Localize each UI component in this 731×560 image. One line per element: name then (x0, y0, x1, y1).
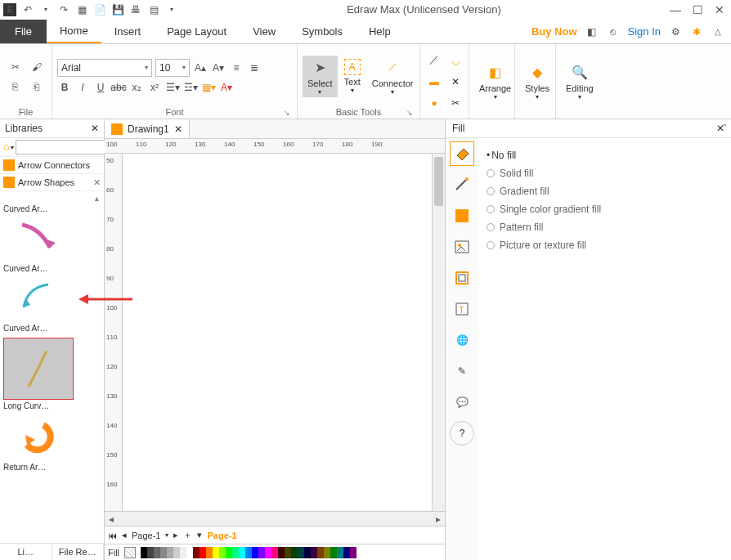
print-icon[interactable]: 🖶 (129, 3, 142, 16)
arrange-button[interactable]: ◧Arrange▾ (474, 60, 516, 102)
picture-tab-icon[interactable] (450, 235, 474, 259)
connector-tool-button[interactable]: ⟋ Connector ▾ (367, 56, 419, 97)
color-swatch[interactable] (317, 547, 324, 558)
strike-icon[interactable]: abc (111, 80, 126, 95)
font-color-icon[interactable]: A▾ (219, 80, 234, 95)
redo-icon[interactable]: ↷ (57, 3, 70, 16)
share-icon[interactable]: ⎋ (607, 25, 620, 38)
color-swatch[interactable] (252, 547, 258, 558)
shape-curved-arrow-3[interactable]: Curved Ar… (3, 324, 101, 333)
color-swatch[interactable] (219, 547, 226, 558)
cut-icon[interactable]: ⎗ (29, 79, 44, 94)
collapse-ribbon-icon[interactable]: ⌃ (721, 123, 728, 132)
tab-page-layout[interactable]: Page Layout (154, 20, 240, 43)
no-fill-swatch-icon[interactable] (124, 547, 136, 558)
color-swatch[interactable] (350, 547, 357, 558)
chevron-down-icon[interactable]: ▾ (11, 144, 14, 151)
line-shape-icon[interactable]: ／ (425, 52, 443, 69)
tab-help[interactable]: Help (356, 20, 404, 43)
tab-home[interactable]: Home (47, 20, 101, 43)
feedback-icon[interactable]: ◧ (585, 25, 599, 38)
document-tab-drawing1[interactable]: Drawing1 ✕ (105, 119, 190, 138)
color-swatch[interactable] (193, 547, 200, 558)
ribbon-collapse-icon[interactable]: △ (711, 25, 724, 38)
color-swatch[interactable] (278, 547, 285, 558)
color-swatch[interactable] (245, 547, 252, 558)
open-icon[interactable]: 📄 (93, 3, 106, 16)
color-swatch[interactable] (298, 547, 304, 558)
save-icon[interactable]: 💾 (111, 3, 124, 16)
color-swatch[interactable] (330, 547, 337, 558)
close-panel-icon[interactable]: ✕ (91, 123, 99, 134)
italic-icon[interactable]: I (75, 80, 90, 95)
fill-option-none[interactable]: No fill (487, 146, 723, 164)
qat-dropdown-icon[interactable]: ▾ (165, 3, 178, 16)
color-swatch[interactable] (343, 547, 350, 558)
tab-insert[interactable]: Insert (101, 20, 155, 43)
crop-shape-icon[interactable]: ✂ (446, 94, 464, 112)
brand-icon[interactable]: ✱ (690, 25, 703, 38)
underline-icon[interactable]: U (93, 80, 108, 95)
color-swatch[interactable] (173, 547, 180, 558)
dialog-launcher-icon[interactable]: ↘ (406, 109, 413, 117)
undo-dropdown-icon[interactable]: ▾ (39, 3, 52, 16)
file-menu[interactable]: File (0, 20, 47, 43)
home-icon[interactable]: ⌂ (3, 141, 9, 154)
page-tab-label[interactable]: Page-1 (207, 531, 236, 540)
ellipse-shape-icon[interactable]: ● (425, 94, 443, 112)
fill-option-single-gradient[interactable]: Single color gradient fill (487, 200, 723, 218)
undo-icon[interactable]: ↶ (21, 3, 34, 16)
arc-shape-icon[interactable]: ◡ (446, 52, 464, 69)
color-swatch[interactable] (239, 547, 245, 558)
color-swatch[interactable] (180, 547, 186, 558)
sign-in-link[interactable]: Sign In (628, 25, 661, 38)
dialog-launcher-icon[interactable]: ↘ (284, 109, 290, 117)
help-tab-icon[interactable]: ? (450, 421, 474, 446)
color-swatch[interactable] (304, 547, 311, 558)
color-swatch[interactable] (186, 547, 193, 558)
page-menu-icon[interactable]: ▾ (197, 530, 202, 540)
comment-tab-icon[interactable]: 💬 (450, 390, 474, 414)
color-swatch[interactable] (271, 547, 278, 558)
align-icon[interactable]: ≡ (229, 60, 244, 75)
color-swatch[interactable] (265, 547, 271, 558)
color-swatch[interactable] (141, 547, 147, 558)
color-swatch[interactable] (206, 547, 213, 558)
export-icon[interactable]: ▤ (147, 3, 160, 16)
copy-icon[interactable]: ⎘ (8, 79, 23, 94)
minimize-button[interactable]: — (670, 3, 681, 16)
styles-button[interactable]: ◆Styles▾ (520, 60, 554, 102)
color-swatch[interactable] (226, 547, 232, 558)
select-tool-button[interactable]: ➤ Select ▾ (303, 56, 338, 97)
settings-gear-icon[interactable]: ⚙ (669, 25, 682, 38)
tab-view[interactable]: View (240, 20, 289, 43)
numbering-icon[interactable]: ☲▾ (183, 80, 198, 95)
fill-option-pattern[interactable]: Pattern fill (487, 218, 723, 236)
rect-shape-icon[interactable]: ▬ (425, 73, 443, 91)
fill-tab-icon[interactable] (450, 141, 474, 166)
tab-symbols[interactable]: Symbols (289, 20, 356, 43)
fill-option-picture[interactable]: Picture or texture fill (487, 236, 723, 254)
delete-shape-icon[interactable]: ✕ (446, 73, 464, 91)
chevron-down-icon[interactable]: ▾ (165, 531, 168, 539)
scroll-up-icon[interactable]: ▲ (3, 195, 101, 203)
color-swatch[interactable] (213, 547, 219, 558)
shape-long-curved-selected[interactable]: Long Curv… (3, 338, 101, 410)
grow-font-icon[interactable]: A▴ (193, 60, 208, 75)
shape-curved-arrow-2[interactable]: Curved Ar… (3, 264, 101, 319)
new-doc-icon[interactable]: ▦ (75, 3, 88, 16)
scroll-left-icon[interactable]: ◂ (105, 513, 118, 525)
line-tab-icon[interactable] (450, 172, 474, 197)
editing-button[interactable]: 🔍Editing▾ (561, 60, 599, 102)
color-swatch[interactable] (324, 547, 330, 558)
prev-page-icon[interactable]: ◂ (122, 530, 127, 540)
color-swatch[interactable] (291, 547, 298, 558)
close-tab-icon[interactable]: ✕ (174, 123, 182, 135)
color-swatch[interactable] (311, 547, 317, 558)
text-tab-icon[interactable]: T (450, 297, 474, 321)
bold-icon[interactable]: B (57, 80, 72, 95)
next-page-icon[interactable]: ▸ (173, 530, 178, 540)
color-swatch[interactable] (167, 547, 173, 558)
maximize-button[interactable]: ☐ (693, 3, 703, 16)
add-page-icon[interactable]: ＋ (183, 529, 192, 541)
